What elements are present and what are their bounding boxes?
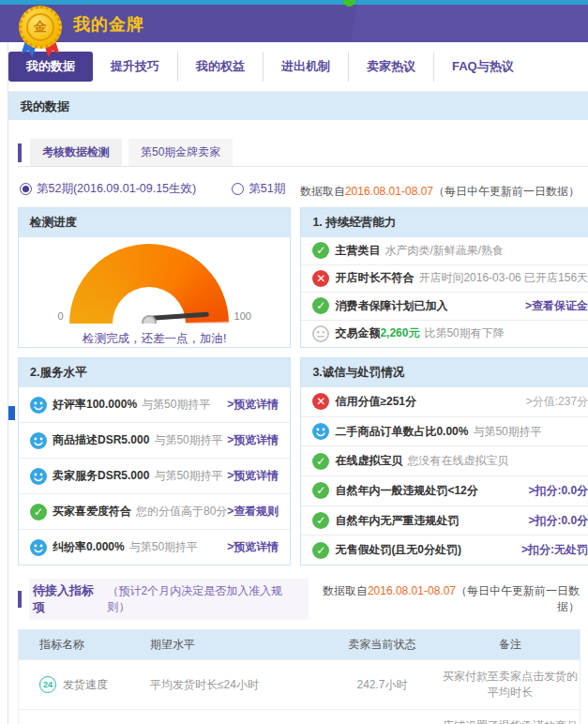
deduction-link[interactable]: >扣分:0.0分 bbox=[528, 513, 588, 529]
tab-entry-exit[interactable]: 进出机制 bbox=[263, 52, 348, 82]
table-row: 24 发货速度 平均发货时长≤24小时 242.7小时 买家付款至卖家点击发货的… bbox=[19, 659, 580, 709]
subtab-assessment-check[interactable]: 考核数据检测 bbox=[30, 139, 122, 166]
check-icon: ✓ bbox=[312, 512, 329, 529]
table-row: 7 退货承诺 设置退货承诺商品数>0 0个 店铺设置了退货承诺的商品数量，点击设… bbox=[19, 709, 580, 724]
metric-row: ✓ 自然年内无严重违规处罚 >扣分:0.0分 bbox=[301, 506, 588, 536]
preview-detail-link[interactable]: >预览详情 bbox=[227, 397, 279, 413]
smiley-icon bbox=[30, 468, 47, 485]
view-deposit-link[interactable]: >查看保证金 bbox=[525, 298, 588, 314]
gauge-hub bbox=[142, 315, 157, 324]
smiley-icon bbox=[312, 423, 329, 440]
panel-integrity-punishment: 3.诚信与处罚情况 ✕ 信用分值≥251分 >分值:237分 二手商品订单数占比… bbox=[300, 357, 588, 566]
clock-24-icon: 24 bbox=[39, 676, 56, 693]
gauge-max-label: 100 bbox=[234, 310, 251, 322]
radio-period-52[interactable]: 第52期(2016.09.01-09.15生效) bbox=[20, 181, 196, 197]
view-rules-link[interactable]: >查看规则 bbox=[227, 504, 279, 520]
pending-subtitle: （预计2个月内决定是否加入准入规则） bbox=[108, 583, 299, 615]
metric-row: ✓ 在线虚拟宝贝 您没有在线虚拟宝贝 bbox=[301, 446, 588, 476]
panel1-title: 1. 持续经营能力 bbox=[301, 208, 588, 237]
panel-continuous-operation: 1. 持续经营能力 ✓ 主营类目 水产肉类/新鲜蔬果/熟食 ✕ 开店时长不符合 … bbox=[300, 207, 588, 348]
subtab-row: 考核数据检测 第50期金牌卖家 bbox=[18, 139, 588, 167]
radio-unselected-icon[interactable] bbox=[232, 183, 244, 195]
smiley-icon bbox=[30, 539, 47, 556]
col-expected-level: 期望水平 bbox=[150, 637, 324, 653]
panel-progress: 检测进度 0 100 检测完成，还差一点，加油! bbox=[18, 207, 291, 348]
col-remark: 备注 bbox=[441, 637, 580, 653]
data-date-range: 2016.08.01-08.07 bbox=[368, 584, 456, 597]
metric-row: ✓ 买家喜爱度符合 您的分值高于80分 >查看规则 bbox=[19, 494, 290, 530]
radio-period-51[interactable]: 第51期 bbox=[232, 181, 285, 197]
metric-row: ✕ 信用分值≥251分 >分值:237分 bbox=[301, 387, 588, 417]
cross-icon: ✕ bbox=[312, 270, 329, 287]
pending-title: 待接入指标项 bbox=[33, 582, 104, 616]
panel-progress-title: 检测进度 bbox=[19, 208, 290, 237]
deduction-link[interactable]: >扣分:0.0分 bbox=[528, 483, 588, 499]
check-icon: ✓ bbox=[312, 542, 329, 559]
metric-row: 交易金额 2,260元 比第50期有下降 bbox=[301, 321, 588, 348]
gauge-min-label: 0 bbox=[57, 310, 63, 322]
neutral-face-icon bbox=[312, 325, 329, 342]
metric-row: 好评率100.000% 与第50期持平 >预览详情 bbox=[19, 387, 290, 423]
gauge-caption: 检测完成，还差一点，加油! bbox=[83, 331, 226, 347]
radio-selected-icon[interactable] bbox=[20, 183, 32, 195]
check-icon: ✓ bbox=[30, 504, 47, 520]
credit-score-value: >分值:237分 bbox=[526, 394, 588, 410]
col-indicator-name: 指标名称 bbox=[19, 637, 150, 653]
left-edge-blue-tab bbox=[8, 406, 15, 420]
progress-gauge: 0 100 bbox=[52, 238, 256, 324]
metric-row: ✓ 自然年内一般违规处罚<12分 >扣分:0.0分 bbox=[301, 476, 588, 506]
transaction-amount: 2,260元 bbox=[380, 325, 419, 341]
check-icon: ✓ bbox=[312, 482, 329, 499]
main-nav-tabs: 我的数据 提升技巧 我的权益 进出机制 卖家热议 FAQ与热议 bbox=[8, 42, 588, 91]
panel-service-level: 2.服务水平 好评率100.000% 与第50期持平 >预览详情 商品描述DSR… bbox=[18, 357, 291, 566]
medal-character: 金 bbox=[26, 13, 54, 41]
subtab-accent-bar bbox=[18, 143, 22, 162]
smiley-icon bbox=[30, 397, 47, 414]
page-content: 我的数据 提升技巧 我的权益 进出机制 卖家热议 FAQ与热议 我的数据 考核数… bbox=[8, 42, 588, 724]
page-title: 我的金牌 bbox=[73, 13, 144, 36]
panel2-title: 2.服务水平 bbox=[19, 358, 290, 387]
tab-improve-skills[interactable]: 提升技巧 bbox=[93, 52, 177, 82]
preview-detail-link[interactable]: >预览详情 bbox=[227, 539, 279, 555]
cross-icon: ✕ bbox=[312, 393, 329, 410]
section-title: 我的数据 bbox=[8, 91, 588, 120]
metric-row: 商品描述DSR5.000 与第50期持平 >预览详情 bbox=[19, 423, 290, 459]
pending-indicators-table: 指标名称 期望水平 卖家当前状态 备注 24 发货速度 平均发货时长≤24小时 … bbox=[18, 629, 580, 724]
metric-row: 卖家服务DSR5.000 与第50期持平 >预览详情 bbox=[19, 459, 290, 494]
metric-row: 二手商品订单数占比0.00% 与第50期持平 bbox=[301, 417, 588, 447]
table-header-row: 指标名称 期望水平 卖家当前状态 备注 bbox=[19, 630, 580, 659]
metric-row: ✓ 主营类目 水产肉类/新鲜蔬果/熟食 bbox=[301, 237, 588, 265]
pending-accent-bar bbox=[18, 591, 22, 608]
gold-medal-icon: 金 bbox=[17, 4, 66, 58]
check-icon: ✓ bbox=[312, 242, 329, 259]
metric-panels: 检测进度 0 100 检测完成，还差一点，加油! 1. 持续经营能力 bbox=[18, 207, 580, 566]
page-header: 金 我的金牌 bbox=[0, 5, 588, 42]
check-icon: ✓ bbox=[312, 297, 329, 314]
data-date-range: 2016.08.01-08.07 bbox=[345, 185, 433, 198]
top-edge-strip bbox=[0, 0, 588, 5]
metric-row: ✓ 消费者保障计划已加入 >查看保证金 bbox=[301, 293, 588, 321]
col-current-status: 卖家当前状态 bbox=[324, 637, 441, 653]
metric-row: 纠纷率0.000% 与第50期持平 >预览详情 bbox=[19, 530, 290, 565]
panel3-title: 3.诚信与处罚情况 bbox=[301, 358, 588, 387]
preview-detail-link[interactable]: >预览详情 bbox=[227, 468, 279, 484]
tab-my-rights[interactable]: 我的权益 bbox=[177, 52, 263, 82]
pending-section-header: 待接入指标项 （预计2个月内决定是否加入准入规则） 数据取自2016.08.01… bbox=[18, 579, 580, 620]
deduction-link[interactable]: >扣分:无处罚 bbox=[521, 542, 588, 558]
smiley-icon bbox=[30, 432, 47, 449]
metric-row: ✕ 开店时长不符合 开店时间2016-03-06 已开店156天 bbox=[301, 265, 588, 294]
tab-seller-discussion[interactable]: 卖家热议 bbox=[348, 52, 433, 82]
check-icon: ✓ bbox=[312, 453, 329, 470]
preview-detail-link[interactable]: >预览详情 bbox=[227, 432, 279, 448]
data-source-note: 数据取自2016.08.01-08.07（每日中午更新前一日数据） bbox=[309, 583, 580, 615]
tab-faq[interactable]: FAQ与热议 bbox=[433, 52, 532, 82]
subtab-period50-sellers[interactable]: 第50期金牌卖家 bbox=[128, 139, 233, 166]
metric-row: ✓ 无售假处罚(且无0分处罚) >扣分:无处罚 bbox=[301, 535, 588, 565]
